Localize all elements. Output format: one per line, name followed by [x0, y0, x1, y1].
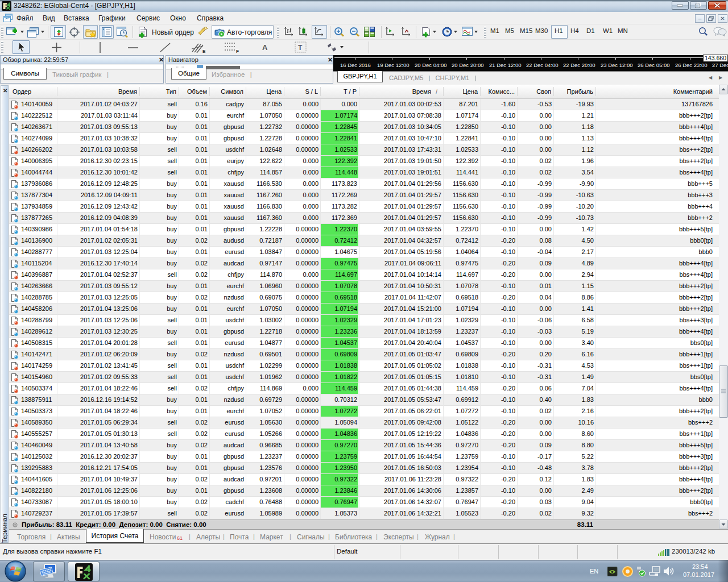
svg-text:E: E: [202, 49, 206, 53]
svg-text:T: T: [298, 44, 303, 52]
svg-text:F: F: [236, 49, 239, 53]
